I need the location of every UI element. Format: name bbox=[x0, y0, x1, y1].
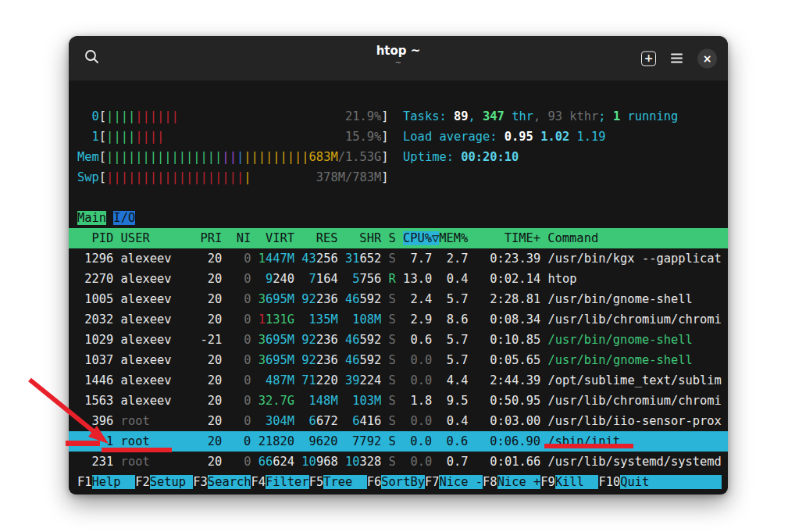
process-row-selected[interactable]: 1 root 20 0 21820 9620 7792 S 0.0 0.6 0:… bbox=[69, 431, 728, 452]
fkey-help-button[interactable]: Help bbox=[92, 475, 136, 489]
search-button[interactable] bbox=[81, 48, 102, 69]
mem-meter: Mem[||||||||||||||||||||||||||||683M/1.5… bbox=[69, 147, 728, 167]
function-key-bar: F1Help F2Setup F3SearchF4FilterF5Tree F6… bbox=[69, 472, 728, 492]
swp-label: Swp bbox=[77, 170, 99, 184]
process-row[interactable]: 1563 alexeev 20 0 32.7G 148M 103M S 1.8 … bbox=[69, 391, 728, 411]
cpu1-meter: 1[|||||||| 15.9%] Load average: 0.95 1.0… bbox=[69, 127, 728, 147]
window-subtitle: ~ bbox=[376, 59, 421, 68]
window-title-box: htop ~ ~ bbox=[376, 43, 421, 68]
fkey-nice-plus-button[interactable]: Nice + bbox=[497, 475, 541, 489]
process-row[interactable]: 231 root 20 0 66624 10968 10328 S 0.0 0.… bbox=[69, 452, 728, 472]
process-rows: 1296 alexeev 20 0 1447M 43256 31652 S 7.… bbox=[69, 248, 728, 472]
blank-line bbox=[69, 187, 728, 208]
sort-column-cpu[interactable]: CPU%▽ bbox=[403, 231, 439, 245]
hamburger-menu-icon[interactable] bbox=[669, 51, 684, 66]
tab-io[interactable]: I/O bbox=[113, 211, 135, 225]
page: { "colors": { "page_bg": "#ffffff", "hea… bbox=[0, 0, 788, 532]
fkey-search-button[interactable]: Search bbox=[208, 475, 251, 489]
column-headers[interactable]: PID USER PRI NI VIRT RES SHR S bbox=[77, 231, 403, 245]
table-header-row[interactable]: PID USER PRI NI VIRT RES SHR S CPU%▽MEM%… bbox=[69, 228, 728, 248]
fkey-search-key: F3 bbox=[193, 475, 208, 489]
fkey-nice-minus-key: F7 bbox=[425, 475, 440, 489]
fkey-tree-key: F5 bbox=[309, 475, 324, 489]
fkey-kill-button[interactable]: Kill bbox=[555, 475, 599, 489]
fkey-tree-button[interactable]: Tree bbox=[323, 475, 367, 489]
process-row[interactable]: 396 root 20 0 304M 6672 6416 S 0.0 0.4 0… bbox=[69, 411, 728, 431]
process-row[interactable]: 1296 alexeev 20 0 1447M 43256 31652 S 7.… bbox=[69, 248, 728, 269]
process-row[interactable]: 1446 alexeev 20 0 487M 71220 39224 S 0.0… bbox=[69, 370, 728, 391]
new-tab-icon[interactable]: + bbox=[641, 51, 656, 66]
fkey-setup-button[interactable]: Setup bbox=[150, 475, 194, 489]
tab-bar: Main I/O bbox=[69, 208, 728, 228]
fkey-quit-button[interactable]: Quit bbox=[620, 475, 722, 489]
fkey-sortby-key: F6 bbox=[367, 475, 382, 489]
fkey-filter-key: F4 bbox=[251, 475, 266, 489]
swp-meter: Swp[|||||||||||||||||||| 378M/783M] bbox=[69, 167, 728, 187]
terminal: 0[|||||||||| 21.9%] Tasks: 89, 347 thr, … bbox=[69, 80, 728, 495]
cpu0-label: 0 bbox=[92, 109, 99, 123]
tab-main[interactable]: Main bbox=[77, 211, 106, 225]
fkey-help-key: F1 bbox=[77, 475, 92, 489]
fkey-quit-key: F10 bbox=[598, 475, 620, 489]
process-row[interactable]: 1005 alexeev 20 0 3695M 92236 46592 S 2.… bbox=[69, 289, 728, 309]
fkey-nice-minus-button[interactable]: Nice - bbox=[439, 475, 483, 489]
fkey-kill-key: F9 bbox=[540, 475, 555, 489]
process-row[interactable]: 2032 alexeev 20 0 1131G 135M 108M S 2.9 … bbox=[69, 309, 728, 330]
fkey-filter-button[interactable]: Filter bbox=[266, 475, 309, 489]
headerbar: htop ~ ~ + × bbox=[69, 36, 728, 80]
fkey-sortby-button[interactable]: SortBy bbox=[381, 475, 425, 489]
mem-label: Mem bbox=[77, 150, 99, 164]
process-row[interactable]: 2270 alexeev 20 0 9240 7164 5756 R 13.0 … bbox=[69, 269, 728, 289]
process-row[interactable]: 1029 alexeev -21 0 3695M 92236 46592 S 0… bbox=[69, 330, 728, 350]
console-window: htop ~ ~ + × 0[|||||||||| 21.9%] Tasks: … bbox=[69, 36, 728, 495]
window-buttons: + × bbox=[641, 48, 717, 68]
column-headers[interactable]: MEM% TIME+ Command bbox=[439, 231, 721, 245]
window-title: htop ~ bbox=[376, 43, 421, 59]
cpu0-meter: 0[|||||||||| 21.9%] Tasks: 89, 347 thr, … bbox=[69, 106, 728, 127]
search-icon bbox=[84, 48, 100, 68]
fkey-setup-key: F2 bbox=[135, 475, 150, 489]
cpu1-label: 1 bbox=[92, 130, 99, 144]
fkey-nice-plus-key: F8 bbox=[483, 475, 497, 489]
process-row[interactable]: 1037 alexeev 20 0 3695M 92236 46592 S 0.… bbox=[69, 350, 728, 370]
close-icon[interactable]: × bbox=[697, 48, 717, 68]
